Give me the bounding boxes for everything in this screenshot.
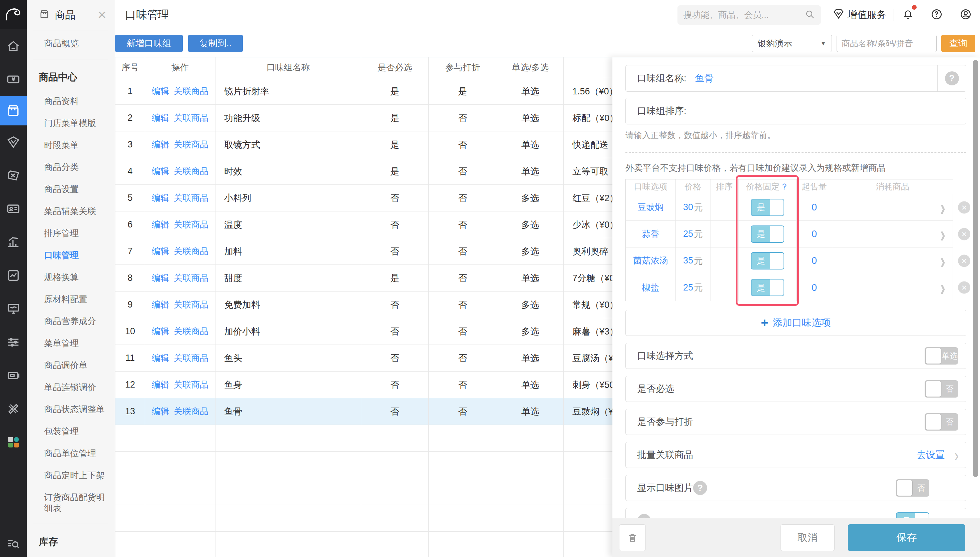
option-price-cell[interactable]: 35元 [676, 248, 710, 274]
option-min-qty-cell[interactable]: 0 [796, 274, 832, 301]
table-row[interactable]: 6编辑关联商品温度否否多选少冰（¥0） [115, 212, 649, 238]
table-row[interactable]: 13编辑关联商品鱼骨否否单选豆豉焖（¥ [115, 398, 649, 425]
related-products-link[interactable]: 关联商品 [174, 379, 208, 391]
settings-sliders-icon[interactable] [0, 326, 27, 359]
show-flavor-image-toggle[interactable]: 否 [896, 479, 929, 497]
flavor-group-sort-field[interactable]: 口味组排序: [625, 98, 966, 124]
cancel-button[interactable]: 取消 [781, 524, 835, 551]
related-products-link[interactable]: 关联商品 [174, 219, 208, 230]
money-icon[interactable] [0, 63, 27, 96]
edit-link[interactable]: 编辑 [152, 139, 169, 150]
table-row[interactable]: 3编辑关联商品取镜方式是否单选快递配送（ [115, 132, 649, 158]
goods-box-icon[interactable] [0, 96, 27, 125]
delete-option-button[interactable]: ✕ [958, 228, 970, 241]
option-price-cell[interactable]: 25元 [676, 221, 710, 248]
related-products-link[interactable]: 关联商品 [174, 192, 208, 204]
edit-link[interactable]: 编辑 [152, 112, 169, 124]
notifications-button[interactable] [901, 8, 915, 22]
help-icon[interactable]: ? [693, 481, 707, 495]
global-search[interactable] [677, 5, 821, 25]
sidebar-item-menu-management[interactable]: 菜单管理 [27, 332, 115, 354]
doc-report-icon[interactable] [0, 259, 27, 292]
table-row[interactable]: 2编辑关联商品功能升级是否单选标配（¥0） [115, 105, 649, 132]
sidebar-item-goods-info[interactable]: 商品资料 [27, 90, 115, 112]
edit-link[interactable]: 编辑 [152, 406, 169, 417]
pos-device-icon[interactable] [0, 359, 27, 392]
table-row[interactable]: 8编辑关联商品甜度是否单选7分糖（¥0 [115, 265, 649, 292]
sidebar-item-order-goods-detail[interactable]: 订货商品配货明细表 [27, 486, 115, 519]
go-setup-link[interactable]: 去设置 [917, 449, 945, 461]
table-row[interactable]: 11编辑关联商品鱼头否否单选豆腐汤（¥ [115, 345, 649, 371]
option-min-qty-cell[interactable]: 0 [796, 194, 832, 221]
price-fixed-toggle[interactable]: 是 [751, 199, 784, 216]
option-consume-cell[interactable]: › [832, 248, 953, 274]
table-row[interactable]: 7编辑关联商品加料否否多选奥利奥碎（ [115, 238, 649, 265]
edit-link[interactable]: 编辑 [152, 299, 169, 311]
option-name-link[interactable]: 豆豉焖 [638, 202, 664, 213]
delete-option-button[interactable]: ✕ [958, 282, 970, 294]
sidebar-item-sort-management[interactable]: 排序管理 [27, 222, 115, 244]
global-search-input[interactable] [684, 10, 805, 20]
sidebar-item-goods-unit-management[interactable]: 商品单位管理 [27, 442, 115, 464]
search-list-icon[interactable] [0, 536, 27, 551]
edit-link[interactable]: 编辑 [152, 165, 169, 177]
add-flavor-group-button[interactable]: 新增口味组 [115, 35, 183, 52]
sidebar-item-package-management[interactable]: 包装管理 [27, 420, 115, 442]
sidebar-item-goods-nutrition[interactable]: 商品营养成分 [27, 310, 115, 332]
screen-icon[interactable] [0, 292, 27, 326]
edit-link[interactable]: 编辑 [152, 352, 169, 364]
flavor-group-name-field[interactable]: 口味组名称: 鱼骨 ? [625, 65, 966, 92]
price-fixed-toggle[interactable]: 是 [751, 225, 784, 243]
table-row[interactable]: 10编辑关联商品加价小料否否多选麻薯（¥3） [115, 318, 649, 345]
help-question-mark[interactable]: ？ [780, 181, 788, 192]
sidebar-item-flavor-management[interactable]: 口味管理 [27, 244, 115, 266]
copy-to-button[interactable]: 复制到.. [188, 35, 243, 52]
related-products-link[interactable]: 关联商品 [174, 165, 208, 177]
id-card-icon[interactable] [0, 192, 27, 225]
home-icon[interactable] [0, 29, 27, 63]
help-icon[interactable]: ? [637, 514, 651, 518]
add-flavor-option-button[interactable]: + 添加口味选项 [625, 310, 966, 336]
price-fixed-toggle[interactable]: 是 [751, 252, 784, 269]
sidebar-item-goods-category[interactable]: 商品分类 [27, 156, 115, 178]
sidebar-item-store-menu-template[interactable]: 门店菜单模版 [27, 112, 115, 134]
table-row[interactable]: 5编辑关联商品小料列否否多选红豆（¥2） [115, 185, 649, 212]
delete-group-button[interactable] [619, 524, 646, 551]
delete-option-button[interactable]: ✕ [958, 202, 970, 214]
table-row[interactable]: 9编辑关联商品免费加料否否多选常规（¥0） [115, 292, 649, 318]
report-chart-icon[interactable] [0, 225, 27, 259]
option-sort-cell[interactable] [710, 194, 739, 221]
option-sort-cell[interactable] [710, 274, 739, 301]
edit-link[interactable]: 编辑 [152, 246, 169, 257]
search-icon[interactable] [805, 9, 815, 21]
related-products-link[interactable]: 关联商品 [174, 112, 208, 124]
sidebar-item-goods-status-adjust[interactable]: 商品状态调整单 [27, 398, 115, 420]
edit-link[interactable]: 编辑 [152, 272, 169, 284]
setting-toggle-join-discount[interactable]: 否 [925, 413, 958, 431]
product-search-input[interactable] [837, 35, 937, 52]
related-products-link[interactable]: 关联商品 [174, 272, 208, 284]
delete-option-button[interactable]: ✕ [958, 255, 970, 267]
option-consume-cell[interactable]: › [832, 194, 953, 221]
edit-link[interactable]: 编辑 [152, 326, 169, 337]
query-button[interactable]: 查询 [941, 35, 975, 52]
sidebar-item-period-menu[interactable]: 时段菜单 [27, 134, 115, 156]
related-products-link[interactable]: 关联商品 [174, 139, 208, 150]
help-button[interactable] [930, 7, 944, 23]
sidebar-item-spec-conversion[interactable]: 规格换算 [27, 266, 115, 288]
related-products-link[interactable]: 关联商品 [174, 326, 208, 337]
option-consume-cell[interactable]: › [832, 221, 953, 248]
sidebar-item-goods-settings[interactable]: 商品设置 [27, 178, 115, 200]
price-fixed-toggle[interactable]: 是 [751, 279, 784, 296]
option-sort-cell[interactable] [710, 248, 739, 274]
apps-color-icon[interactable] [0, 425, 27, 459]
flavor-group-name-value[interactable]: 鱼骨 [695, 72, 714, 85]
account-button[interactable] [959, 7, 973, 23]
edit-link[interactable]: 编辑 [152, 85, 169, 97]
value-added-services[interactable]: 增值服务 [832, 7, 886, 22]
related-products-link[interactable]: 关联商品 [174, 352, 208, 364]
sidebar-item-goods-overview[interactable]: 商品概览 [27, 33, 115, 54]
option-name-link[interactable]: 蒜香 [642, 228, 659, 240]
table-row[interactable]: 12编辑关联商品鱼身否否单选刺身（¥50 [115, 371, 649, 398]
setting-toggle-flavor-select-mode[interactable]: 单选 [925, 347, 958, 365]
